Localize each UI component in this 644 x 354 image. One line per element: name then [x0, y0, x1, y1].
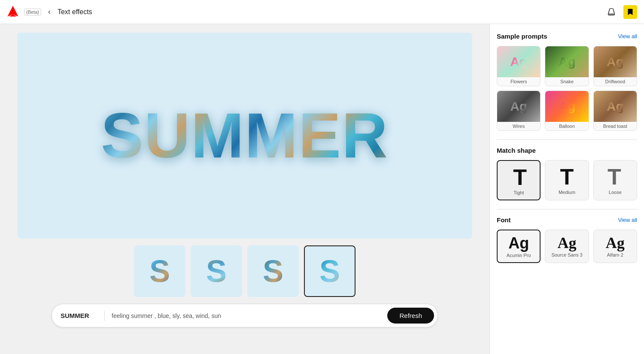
font-header: Font View all: [497, 216, 637, 224]
prompt-card-flowers[interactable]: Ag Flowers: [497, 46, 541, 86]
back-button[interactable]: ‹: [46, 6, 52, 18]
prompt-input[interactable]: [112, 312, 387, 319]
right-panel: Sample prompts View all Ag Flowers Ag Sn…: [489, 24, 644, 354]
loose-label: Loose: [597, 188, 633, 197]
adobe-logo[interactable]: [7, 5, 19, 19]
snake-preview: Ag: [545, 46, 588, 77]
shape-grid: T Tight T Medium T Loose: [497, 160, 637, 200]
variation-thumb-2[interactable]: S: [191, 245, 242, 297]
flask-icon[interactable]: [605, 5, 618, 19]
breadtoast-preview: Ag: [594, 91, 637, 122]
font-title: Font: [497, 216, 510, 224]
prompts-grid: Ag Flowers Ag Snake Ag Driftwood: [497, 46, 637, 131]
canvas-area: SUMMER S S S S SUMMER Refresh: [0, 24, 489, 354]
font-alfarn[interactable]: Ag Alfarn 2: [593, 230, 637, 263]
wires-preview: Ag: [497, 91, 540, 122]
page-title: Text effects: [58, 8, 92, 16]
sample-prompts-title: Sample prompts: [497, 33, 547, 40]
summer-main-text: SUMMER: [101, 99, 389, 172]
divider-1: [497, 139, 637, 140]
alfarn-preview: Ag: [597, 235, 633, 251]
tight-label: Tight: [501, 188, 536, 197]
shape-tight[interactable]: T Tight: [497, 160, 541, 200]
font-acumin[interactable]: Ag Acumin Pro: [497, 230, 541, 263]
alfarn-label: Alfarn 2: [597, 251, 633, 259]
breadtoast-label: Bread toast: [594, 122, 637, 130]
variation-thumb-3[interactable]: S: [247, 245, 299, 297]
prompt-card-balloon[interactable]: Ag Balloon: [545, 91, 589, 131]
bookmark-icon[interactable]: [623, 5, 637, 19]
wires-label: Wires: [497, 122, 540, 130]
input-separator: [104, 311, 105, 321]
acumin-preview: Ag: [501, 236, 536, 251]
shape-medium[interactable]: T Medium: [545, 160, 589, 200]
prompt-card-snake[interactable]: Ag Snake: [545, 46, 589, 86]
sample-prompts-view-all[interactable]: View all: [618, 33, 637, 39]
source-preview: Ag: [549, 235, 585, 251]
medium-label: Medium: [549, 188, 585, 197]
loose-preview: T: [597, 166, 633, 188]
refresh-button[interactable]: Refresh: [387, 308, 434, 324]
main-canvas[interactable]: SUMMER: [17, 33, 472, 239]
font-source-sans[interactable]: Ag Source Sans 3: [545, 230, 589, 263]
text-label: SUMMER: [61, 312, 99, 319]
main-layout: SUMMER S S S S SUMMER Refresh: [0, 24, 644, 354]
beta-badge: (Beta): [24, 9, 41, 15]
input-bar: SUMMER Refresh: [52, 304, 438, 327]
font-view-all[interactable]: View all: [618, 217, 637, 223]
sample-prompts-header: Sample prompts View all: [497, 33, 637, 40]
balloon-label: Balloon: [545, 122, 588, 130]
driftwood-preview: Ag: [594, 46, 637, 77]
prompt-card-wires[interactable]: Ag Wires: [497, 91, 541, 131]
flowers-preview: Ag: [497, 46, 540, 77]
variation-thumb-4[interactable]: S: [304, 245, 355, 297]
prompt-card-driftwood[interactable]: Ag Driftwood: [593, 46, 637, 86]
tight-preview: T: [501, 166, 536, 188]
font-grid: Ag Acumin Pro Ag Source Sans 3 Ag Alfarn…: [497, 230, 637, 263]
shape-loose[interactable]: T Loose: [593, 160, 637, 200]
header: (Beta) ‹ Text effects: [0, 0, 644, 24]
divider-2: [497, 209, 637, 209]
medium-preview: T: [549, 166, 585, 188]
match-shape-title: Match shape: [497, 147, 536, 154]
flowers-label: Flowers: [497, 77, 540, 86]
source-label: Source Sans 3: [549, 251, 585, 259]
acumin-label: Acumin Pro: [501, 251, 536, 260]
variations-row: S S S S: [134, 245, 355, 297]
driftwood-label: Driftwood: [594, 77, 637, 86]
match-shape-header: Match shape: [497, 147, 637, 154]
balloon-preview: Ag: [545, 91, 588, 122]
prompt-card-breadtoast[interactable]: Ag Bread toast: [593, 91, 637, 131]
variation-thumb-1[interactable]: S: [134, 245, 185, 297]
snake-label: Snake: [545, 77, 588, 86]
